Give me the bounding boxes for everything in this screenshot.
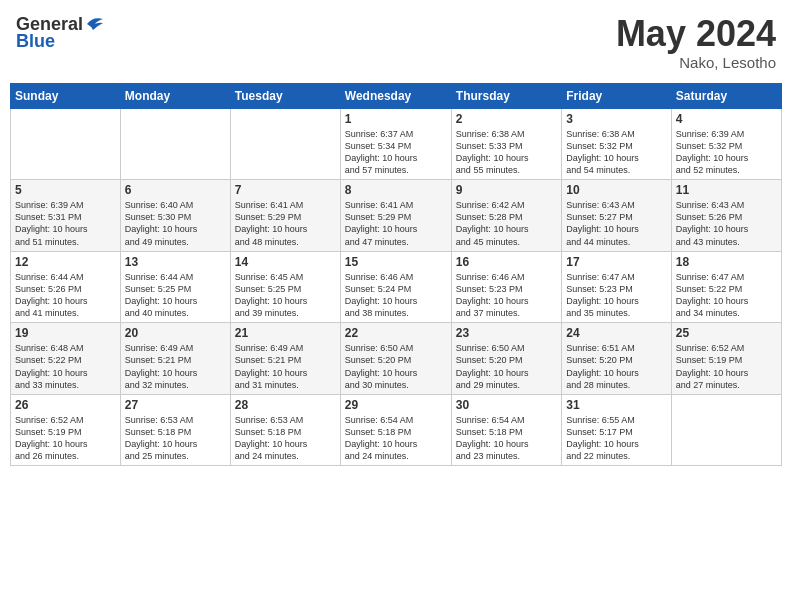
header-row: SundayMondayTuesdayWednesdayThursdayFrid…	[11, 83, 782, 108]
day-info: Sunrise: 6:50 AM Sunset: 5:20 PM Dayligh…	[456, 342, 557, 391]
day-info: Sunrise: 6:54 AM Sunset: 5:18 PM Dayligh…	[345, 414, 447, 463]
day-cell: 23Sunrise: 6:50 AM Sunset: 5:20 PM Dayli…	[451, 323, 561, 395]
day-number: 6	[125, 183, 226, 197]
day-number: 13	[125, 255, 226, 269]
logo: General Blue	[16, 14, 105, 52]
page: General Blue May 2024 Nako, Lesotho Sund…	[0, 0, 792, 612]
day-cell: 6Sunrise: 6:40 AM Sunset: 5:30 PM Daylig…	[120, 180, 230, 252]
day-cell: 26Sunrise: 6:52 AM Sunset: 5:19 PM Dayli…	[11, 394, 121, 466]
col-header-monday: Monday	[120, 83, 230, 108]
col-header-tuesday: Tuesday	[230, 83, 340, 108]
title-area: May 2024 Nako, Lesotho	[616, 14, 776, 71]
day-cell: 25Sunrise: 6:52 AM Sunset: 5:19 PM Dayli…	[671, 323, 781, 395]
day-number: 23	[456, 326, 557, 340]
day-cell: 14Sunrise: 6:45 AM Sunset: 5:25 PM Dayli…	[230, 251, 340, 323]
day-info: Sunrise: 6:49 AM Sunset: 5:21 PM Dayligh…	[235, 342, 336, 391]
day-cell: 27Sunrise: 6:53 AM Sunset: 5:18 PM Dayli…	[120, 394, 230, 466]
day-info: Sunrise: 6:44 AM Sunset: 5:25 PM Dayligh…	[125, 271, 226, 320]
day-number: 22	[345, 326, 447, 340]
day-info: Sunrise: 6:54 AM Sunset: 5:18 PM Dayligh…	[456, 414, 557, 463]
week-row-2: 5Sunrise: 6:39 AM Sunset: 5:31 PM Daylig…	[11, 180, 782, 252]
week-row-5: 26Sunrise: 6:52 AM Sunset: 5:19 PM Dayli…	[11, 394, 782, 466]
day-cell: 16Sunrise: 6:46 AM Sunset: 5:23 PM Dayli…	[451, 251, 561, 323]
day-cell: 4Sunrise: 6:39 AM Sunset: 5:32 PM Daylig…	[671, 108, 781, 180]
day-cell: 7Sunrise: 6:41 AM Sunset: 5:29 PM Daylig…	[230, 180, 340, 252]
day-cell: 31Sunrise: 6:55 AM Sunset: 5:17 PM Dayli…	[562, 394, 671, 466]
day-cell: 30Sunrise: 6:54 AM Sunset: 5:18 PM Dayli…	[451, 394, 561, 466]
day-number: 10	[566, 183, 666, 197]
day-cell: 12Sunrise: 6:44 AM Sunset: 5:26 PM Dayli…	[11, 251, 121, 323]
day-number: 11	[676, 183, 777, 197]
day-number: 4	[676, 112, 777, 126]
day-info: Sunrise: 6:38 AM Sunset: 5:33 PM Dayligh…	[456, 128, 557, 177]
day-cell: 15Sunrise: 6:46 AM Sunset: 5:24 PM Dayli…	[340, 251, 451, 323]
day-cell: 20Sunrise: 6:49 AM Sunset: 5:21 PM Dayli…	[120, 323, 230, 395]
week-row-3: 12Sunrise: 6:44 AM Sunset: 5:26 PM Dayli…	[11, 251, 782, 323]
day-info: Sunrise: 6:41 AM Sunset: 5:29 PM Dayligh…	[235, 199, 336, 248]
day-cell: 10Sunrise: 6:43 AM Sunset: 5:27 PM Dayli…	[562, 180, 671, 252]
day-number: 21	[235, 326, 336, 340]
day-info: Sunrise: 6:53 AM Sunset: 5:18 PM Dayligh…	[125, 414, 226, 463]
day-info: Sunrise: 6:37 AM Sunset: 5:34 PM Dayligh…	[345, 128, 447, 177]
day-number: 31	[566, 398, 666, 412]
day-cell: 11Sunrise: 6:43 AM Sunset: 5:26 PM Dayli…	[671, 180, 781, 252]
day-number: 14	[235, 255, 336, 269]
col-header-saturday: Saturday	[671, 83, 781, 108]
day-info: Sunrise: 6:46 AM Sunset: 5:24 PM Dayligh…	[345, 271, 447, 320]
day-info: Sunrise: 6:39 AM Sunset: 5:31 PM Dayligh…	[15, 199, 116, 248]
day-info: Sunrise: 6:45 AM Sunset: 5:25 PM Dayligh…	[235, 271, 336, 320]
day-cell: 17Sunrise: 6:47 AM Sunset: 5:23 PM Dayli…	[562, 251, 671, 323]
day-number: 12	[15, 255, 116, 269]
day-cell: 1Sunrise: 6:37 AM Sunset: 5:34 PM Daylig…	[340, 108, 451, 180]
calendar-table: SundayMondayTuesdayWednesdayThursdayFrid…	[10, 83, 782, 467]
day-number: 17	[566, 255, 666, 269]
day-info: Sunrise: 6:43 AM Sunset: 5:26 PM Dayligh…	[676, 199, 777, 248]
day-number: 3	[566, 112, 666, 126]
day-number: 26	[15, 398, 116, 412]
day-cell: 18Sunrise: 6:47 AM Sunset: 5:22 PM Dayli…	[671, 251, 781, 323]
day-number: 7	[235, 183, 336, 197]
location-title: Nako, Lesotho	[616, 54, 776, 71]
day-cell: 29Sunrise: 6:54 AM Sunset: 5:18 PM Dayli…	[340, 394, 451, 466]
day-info: Sunrise: 6:47 AM Sunset: 5:22 PM Dayligh…	[676, 271, 777, 320]
day-number: 29	[345, 398, 447, 412]
day-number: 27	[125, 398, 226, 412]
col-header-sunday: Sunday	[11, 83, 121, 108]
day-number: 19	[15, 326, 116, 340]
day-cell	[671, 394, 781, 466]
day-info: Sunrise: 6:55 AM Sunset: 5:17 PM Dayligh…	[566, 414, 666, 463]
day-info: Sunrise: 6:52 AM Sunset: 5:19 PM Dayligh…	[676, 342, 777, 391]
day-number: 1	[345, 112, 447, 126]
day-info: Sunrise: 6:40 AM Sunset: 5:30 PM Dayligh…	[125, 199, 226, 248]
day-info: Sunrise: 6:48 AM Sunset: 5:22 PM Dayligh…	[15, 342, 116, 391]
day-cell	[120, 108, 230, 180]
day-info: Sunrise: 6:42 AM Sunset: 5:28 PM Dayligh…	[456, 199, 557, 248]
day-number: 24	[566, 326, 666, 340]
day-number: 16	[456, 255, 557, 269]
day-cell: 21Sunrise: 6:49 AM Sunset: 5:21 PM Dayli…	[230, 323, 340, 395]
day-cell: 2Sunrise: 6:38 AM Sunset: 5:33 PM Daylig…	[451, 108, 561, 180]
col-header-wednesday: Wednesday	[340, 83, 451, 108]
day-number: 8	[345, 183, 447, 197]
logo-bird-icon	[85, 16, 105, 32]
day-number: 15	[345, 255, 447, 269]
col-header-thursday: Thursday	[451, 83, 561, 108]
day-number: 5	[15, 183, 116, 197]
day-cell	[11, 108, 121, 180]
logo-blue-text: Blue	[16, 31, 55, 52]
day-info: Sunrise: 6:47 AM Sunset: 5:23 PM Dayligh…	[566, 271, 666, 320]
day-info: Sunrise: 6:50 AM Sunset: 5:20 PM Dayligh…	[345, 342, 447, 391]
month-title: May 2024	[616, 14, 776, 54]
day-cell: 9Sunrise: 6:42 AM Sunset: 5:28 PM Daylig…	[451, 180, 561, 252]
day-number: 2	[456, 112, 557, 126]
day-number: 28	[235, 398, 336, 412]
day-info: Sunrise: 6:53 AM Sunset: 5:18 PM Dayligh…	[235, 414, 336, 463]
day-cell: 5Sunrise: 6:39 AM Sunset: 5:31 PM Daylig…	[11, 180, 121, 252]
week-row-4: 19Sunrise: 6:48 AM Sunset: 5:22 PM Dayli…	[11, 323, 782, 395]
day-cell: 13Sunrise: 6:44 AM Sunset: 5:25 PM Dayli…	[120, 251, 230, 323]
day-info: Sunrise: 6:51 AM Sunset: 5:20 PM Dayligh…	[566, 342, 666, 391]
day-info: Sunrise: 6:39 AM Sunset: 5:32 PM Dayligh…	[676, 128, 777, 177]
day-info: Sunrise: 6:49 AM Sunset: 5:21 PM Dayligh…	[125, 342, 226, 391]
day-cell: 22Sunrise: 6:50 AM Sunset: 5:20 PM Dayli…	[340, 323, 451, 395]
day-info: Sunrise: 6:38 AM Sunset: 5:32 PM Dayligh…	[566, 128, 666, 177]
